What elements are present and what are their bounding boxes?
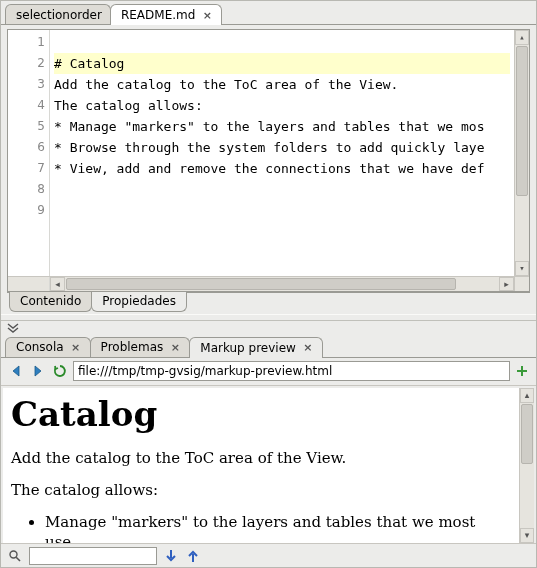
app-window: selectionorder README.md × 1 2 3 4 5 6 7… (0, 0, 537, 568)
arrow-right-icon (30, 363, 46, 379)
tab-label: Propiedades (102, 294, 176, 308)
chevron-down-double-icon (7, 323, 19, 333)
scroll-thumb[interactable] (66, 278, 456, 290)
list-item: Manage "markers" to the layers and table… (45, 512, 507, 543)
url-input[interactable] (73, 361, 510, 381)
line-num: 5 (8, 116, 45, 137)
svg-point-0 (10, 551, 17, 558)
editor-tab-bar: selectionorder README.md × (1, 1, 536, 25)
scroll-thumb[interactable] (521, 404, 533, 464)
scroll-up-icon[interactable]: ▴ (520, 388, 534, 403)
close-icon[interactable]: × (169, 342, 181, 353)
code-line: # Catalog (54, 53, 510, 74)
tab-label: Problemas (101, 340, 164, 354)
lower-panel: Consola × Problemas × Markup preview × (1, 320, 536, 567)
arrow-left-icon (8, 363, 24, 379)
line-num: 1 (8, 32, 45, 53)
editor-box: 1 2 3 4 5 6 7 8 9 # CatalogAdd the catal… (7, 29, 530, 292)
tab-label: selectionorder (16, 8, 102, 22)
browser-toolbar (1, 358, 536, 386)
close-icon[interactable]: × (70, 342, 82, 353)
editor-vertical-scrollbar[interactable]: ▴ ▾ (514, 30, 529, 276)
file-tab-readme[interactable]: README.md × (110, 4, 222, 25)
preview-list: Manage "markers" to the layers and table… (11, 512, 507, 543)
code-line: * Manage "markers" to the layers and tab… (54, 116, 510, 137)
tab-label: Consola (16, 340, 64, 354)
preview-content[interactable]: Catalog Add the catalog to the ToC area … (3, 388, 519, 543)
lower-tab-bar: Consola × Problemas × Markup preview × (1, 336, 536, 358)
code-line: * View, add and remove the connections t… (54, 158, 510, 179)
file-tab-selectionorder[interactable]: selectionorder (5, 4, 111, 24)
search-input[interactable] (29, 547, 157, 565)
line-num: 2 (8, 53, 45, 74)
find-next-button[interactable] (163, 548, 179, 564)
editor-body: 1 2 3 4 5 6 7 8 9 # CatalogAdd the catal… (8, 30, 529, 276)
code-line: Add the catalog to the ToC area of the V… (54, 74, 510, 95)
back-button[interactable] (7, 362, 25, 380)
line-num: 9 (8, 200, 45, 221)
svg-line-1 (16, 557, 20, 561)
tab-label: README.md (121, 8, 195, 22)
scroll-thumb[interactable] (516, 46, 528, 196)
refresh-icon (53, 364, 67, 378)
tab-label: Contenido (20, 294, 81, 308)
line-num: 4 (8, 95, 45, 116)
tab-propiedades[interactable]: Propiedades (91, 292, 187, 312)
code-line: The catalog allows: (54, 95, 510, 116)
find-prev-button[interactable] (185, 548, 201, 564)
scroll-spacer (8, 277, 50, 291)
scroll-left-icon[interactable]: ◂ (50, 277, 65, 291)
scroll-down-icon[interactable]: ▾ (515, 261, 529, 276)
preview-paragraph: Add the catalog to the ToC area of the V… (11, 448, 507, 468)
code-line: * Browse through the system folders to a… (54, 137, 510, 158)
tab-consola[interactable]: Consola × (5, 337, 91, 357)
preview-heading: Catalog (11, 394, 507, 434)
scroll-track[interactable]: ◂ ▸ (50, 277, 514, 291)
tab-markup-preview[interactable]: Markup preview × (189, 337, 323, 358)
scroll-corner (514, 277, 529, 291)
scroll-right-icon[interactable]: ▸ (499, 277, 514, 291)
code-area[interactable]: # CatalogAdd the catalog to the ToC area… (50, 30, 514, 276)
search-bar (1, 543, 536, 567)
preview-paragraph: The catalog allows: (11, 480, 507, 500)
preview-vertical-scrollbar[interactable]: ▴ ▾ (519, 388, 534, 543)
line-num: 7 (8, 158, 45, 179)
add-button[interactable] (514, 363, 530, 379)
arrow-down-icon (165, 549, 177, 563)
scroll-up-icon[interactable]: ▴ (515, 30, 529, 45)
plus-icon (515, 364, 529, 378)
line-num: 6 (8, 137, 45, 158)
arrow-up-icon (187, 549, 199, 563)
search-button[interactable] (7, 548, 23, 564)
tab-contenido[interactable]: Contenido (9, 292, 92, 312)
gutter: 1 2 3 4 5 6 7 8 9 (8, 30, 50, 276)
line-num: 3 (8, 74, 45, 95)
collapse-bar[interactable] (1, 320, 536, 336)
search-icon (8, 549, 22, 563)
refresh-button[interactable] (51, 362, 69, 380)
close-icon[interactable]: × (302, 342, 314, 353)
tab-problemas[interactable]: Problemas × (90, 337, 191, 357)
close-icon[interactable]: × (201, 10, 213, 21)
tab-label: Markup preview (200, 341, 296, 355)
line-num: 8 (8, 179, 45, 200)
scroll-down-icon[interactable]: ▾ (520, 528, 534, 543)
editor-outer: 1 2 3 4 5 6 7 8 9 # CatalogAdd the catal… (1, 25, 536, 314)
forward-button[interactable] (29, 362, 47, 380)
preview-outer: Catalog Add the catalog to the ToC area … (1, 386, 536, 543)
editor-horizontal-scrollbar[interactable]: ◂ ▸ (8, 276, 529, 291)
editor-bottom-tab-bar: Contenido Propiedades (7, 292, 530, 314)
